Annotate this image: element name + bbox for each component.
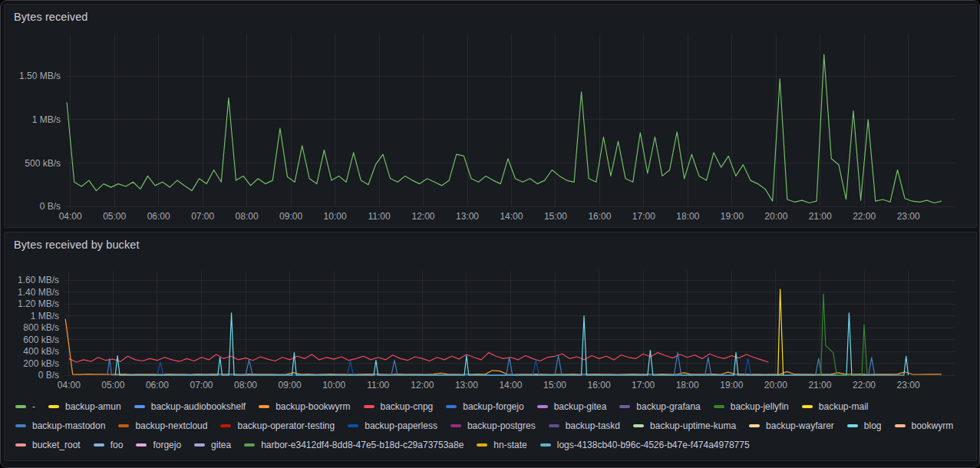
legend-item[interactable]: backup-postgres: [450, 416, 536, 435]
legend-swatch-icon: [450, 424, 461, 427]
legend-item[interactable]: backup-paperless: [348, 416, 437, 435]
legend-item[interactable]: backup-taskd: [549, 416, 620, 435]
svg-text:18:00: 18:00: [676, 380, 699, 391]
legend-item-label: backup-cnpg: [381, 401, 434, 412]
svg-text:15:00: 15:00: [543, 380, 566, 391]
legend-item[interactable]: logs-4138cb40-b96c-4526-b47e-f474a497877…: [540, 435, 750, 454]
svg-text:08:00: 08:00: [234, 380, 257, 391]
svg-text:21:00: 21:00: [809, 211, 832, 222]
svg-text:17:00: 17:00: [632, 380, 655, 391]
legend-item[interactable]: forgejo: [136, 435, 181, 454]
legend-swatch-icon: [446, 405, 457, 408]
svg-text:0 B/s: 0 B/s: [38, 370, 59, 381]
chart-legend: - backup-amun backup-audiobookshelf back…: [15, 397, 970, 454]
legend-item[interactable]: backup-jellyfin: [714, 397, 789, 416]
legend-item[interactable]: backup-cnpg: [364, 397, 434, 416]
legend-item-label: backup-postgres: [467, 420, 536, 431]
legend-item-label: backup-forgejo: [463, 401, 523, 412]
svg-text:06:00: 06:00: [147, 211, 170, 222]
svg-text:05:00: 05:00: [103, 211, 126, 222]
legend-swatch-icon: [537, 405, 548, 408]
legend-item[interactable]: backup-nextcloud: [118, 416, 207, 435]
svg-text:1.20 MB/s: 1.20 MB/s: [18, 298, 59, 309]
panel-title[interactable]: Bytes received: [5, 5, 97, 23]
legend-swatch-icon: [540, 443, 551, 447]
legend-item[interactable]: bookwyrm: [895, 416, 954, 435]
legend-item[interactable]: bucket_root: [15, 435, 81, 454]
legend-item-label: blog: [864, 420, 882, 431]
legend-swatch-icon: [134, 405, 145, 408]
legend-item[interactable]: backup-wayfarer: [749, 416, 834, 435]
legend-item-label: foo: [111, 440, 124, 450]
svg-text:15:00: 15:00: [544, 211, 567, 222]
legend-item-label: backup-taskd: [566, 420, 620, 431]
legend-item[interactable]: -: [15, 397, 35, 416]
legend-item-label: backup-uptime-kuma: [650, 420, 736, 431]
svg-text:14:00: 14:00: [499, 380, 522, 391]
legend-item-label: harbor-e3412df4-8dd8-47e5-b18d-c29a73753…: [261, 440, 464, 450]
legend-item[interactable]: backup-grafana: [619, 397, 700, 416]
svg-text:09:00: 09:00: [279, 380, 302, 391]
legend-item-label: backup-grafana: [636, 401, 700, 412]
svg-text:23:00: 23:00: [897, 380, 920, 391]
legend-swatch-icon: [136, 443, 147, 447]
legend-item[interactable]: backup-operator-testing: [220, 416, 335, 435]
legend-item-label: backup-wayfarer: [766, 420, 834, 431]
panel-title[interactable]: Bytes received by bucket: [5, 232, 149, 251]
svg-text:09:00: 09:00: [279, 211, 302, 222]
legend-item[interactable]: backup-amun: [48, 397, 121, 416]
svg-text:19:00: 19:00: [720, 380, 743, 391]
legend-item[interactable]: hn-state: [477, 435, 526, 454]
svg-text:16:00: 16:00: [588, 380, 611, 391]
svg-text:04:00: 04:00: [59, 211, 82, 222]
svg-text:0 B/s: 0 B/s: [40, 201, 61, 212]
legend-swatch-icon: [244, 443, 255, 447]
legend-item-label: backup-mastodon: [32, 420, 105, 431]
legend-swatch-icon: [549, 424, 559, 427]
legend-swatch-icon: [118, 424, 129, 427]
legend-swatch-icon: [619, 405, 630, 408]
svg-text:07:00: 07:00: [191, 211, 214, 222]
svg-text:800 kB/s: 800 kB/s: [23, 322, 59, 333]
svg-text:13:00: 13:00: [455, 380, 478, 391]
legend-item-label: backup-operator-testing: [237, 420, 335, 431]
legend-item[interactable]: backup-gitea: [537, 397, 607, 416]
svg-text:08:00: 08:00: [236, 211, 259, 222]
time-series-chart-bytes-received-by-bucket[interactable]: 04:0005:0006:0007:0008:0009:0010:0011:00…: [5, 254, 976, 397]
legend-item[interactable]: blog: [847, 416, 882, 435]
svg-text:500 kB/s: 500 kB/s: [25, 158, 61, 169]
legend-swatch-icon: [847, 424, 858, 427]
svg-text:13:00: 13:00: [456, 211, 479, 222]
legend-item[interactable]: gitea: [194, 435, 231, 454]
legend-item[interactable]: foo: [94, 435, 124, 454]
svg-text:200 kB/s: 200 kB/s: [23, 358, 59, 369]
svg-text:10:00: 10:00: [324, 211, 347, 222]
svg-text:10:00: 10:00: [322, 380, 345, 391]
legend-item-label: -: [32, 401, 35, 412]
svg-text:19:00: 19:00: [721, 211, 744, 222]
legend-item[interactable]: backup-mastodon: [15, 416, 105, 435]
svg-text:20:00: 20:00: [764, 380, 787, 391]
legend-item[interactable]: backup-mail: [802, 397, 869, 416]
legend-swatch-icon: [259, 405, 269, 408]
legend-swatch-icon: [895, 424, 906, 427]
legend-swatch-icon: [364, 405, 375, 408]
legend-swatch-icon: [94, 443, 104, 447]
legend-item[interactable]: backup-bookwyrm: [259, 397, 350, 416]
svg-text:18:00: 18:00: [676, 211, 699, 222]
legend-item-label: hn-state: [493, 440, 526, 450]
legend-item[interactable]: backup-uptime-kuma: [633, 416, 736, 435]
legend-item[interactable]: backup-audiobookshelf: [134, 397, 246, 416]
svg-text:600 kB/s: 600 kB/s: [23, 335, 59, 345]
legend-item-label: gitea: [211, 440, 231, 450]
svg-text:05:00: 05:00: [101, 380, 124, 391]
legend-item[interactable]: harbor-e3412df4-8dd8-47e5-b18d-c29a73753…: [244, 435, 464, 454]
legend-swatch-icon: [194, 443, 205, 447]
legend-item[interactable]: backup-forgejo: [446, 397, 523, 416]
svg-text:22:00: 22:00: [853, 211, 876, 222]
svg-text:04:00: 04:00: [58, 380, 81, 391]
panel-bytes-received-by-bucket: Bytes received by bucket 04:0005:0006:00…: [4, 232, 977, 461]
svg-text:1.40 MB/s: 1.40 MB/s: [18, 287, 59, 298]
time-series-chart-bytes-received[interactable]: 04:0005:0006:0007:0008:0009:0010:0011:00…: [5, 26, 976, 224]
svg-text:400 kB/s: 400 kB/s: [23, 346, 59, 357]
